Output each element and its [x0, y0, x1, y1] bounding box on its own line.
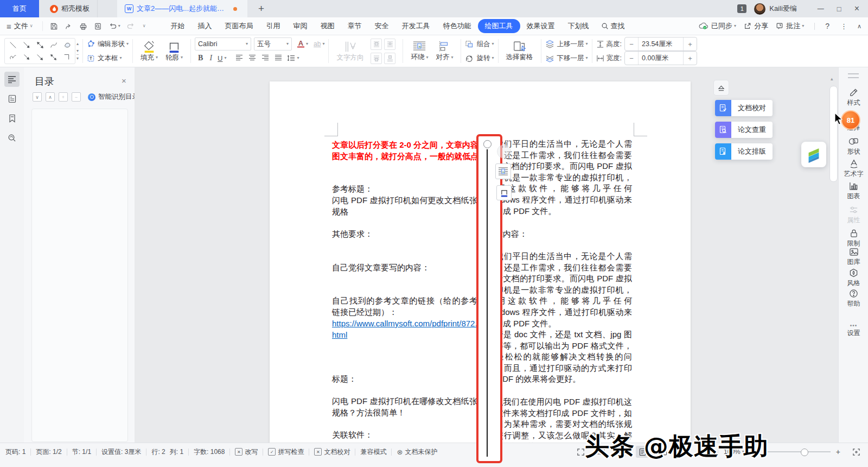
undo-icon[interactable]: ▾ — [108, 22, 120, 30]
share-button[interactable]: 分享 — [744, 21, 768, 31]
avatar[interactable] — [754, 3, 765, 15]
notes-panel-button[interactable] — [4, 91, 20, 106]
fill-button[interactable]: 填充▾ — [137, 35, 162, 67]
send-backward-button[interactable]: 下移一层▾ — [545, 51, 588, 65]
sidebar-item-chart[interactable]: 图表 — [839, 181, 868, 201]
paper-check-button[interactable]: 论文查重 — [715, 122, 773, 138]
save-icon[interactable] — [50, 22, 58, 30]
shape-gallery[interactable] — [4, 38, 75, 64]
collapse-ribbon-button[interactable]: ∧ — [853, 23, 868, 30]
sidebar-item-gallery[interactable]: 图库 — [839, 248, 868, 267]
menu-item-11[interactable]: 效果设置 — [520, 19, 561, 33]
toc-close-icon[interactable]: × — [122, 76, 126, 85]
status-compat-mode[interactable]: 兼容模式 — [360, 447, 386, 457]
menu-item-6[interactable]: 章节 — [341, 19, 368, 33]
status-rewrite-toggle[interactable]: ✕改写 — [235, 447, 258, 457]
status-page[interactable]: 页面: 1/2 — [36, 447, 61, 457]
doc-hyperlink[interactable]: https://www.callmysoft.com/pdfprint/872.… — [332, 318, 477, 340]
height-value[interactable]: 23.54厘米 — [638, 37, 684, 51]
zoom-slider-knob[interactable] — [801, 449, 808, 456]
status-protection[interactable]: ⊗文档未保护 — [397, 447, 437, 457]
shape-arrow[interactable] — [20, 39, 33, 51]
sync-status-button[interactable]: 已同步 ▾ — [699, 21, 736, 31]
edit-shape-button[interactable]: 编辑形状▾ — [87, 37, 129, 51]
sidebar-item-restrict[interactable]: 限制 — [839, 229, 868, 248]
shape-arrow-3[interactable] — [33, 51, 47, 63]
more-menu-button[interactable]: ⋮ — [835, 22, 853, 30]
line-spacing-button[interactable]: ▾ — [285, 55, 301, 61]
align-left-button[interactable] — [233, 54, 246, 62]
new-tab-button[interactable]: + — [255, 3, 267, 15]
toc-plus-button[interactable]: + — [59, 92, 68, 102]
menu-item-1[interactable]: 插入 — [192, 19, 219, 33]
wrap-options-button[interactable] — [495, 163, 511, 179]
shape-elbow-connector[interactable] — [60, 51, 74, 63]
shape-arrow-2[interactable] — [20, 51, 33, 63]
sidebar-item-shapes[interactable]: 形状 — [839, 137, 868, 156]
align-justify-button[interactable] — [272, 54, 285, 62]
fit-page-button[interactable] — [850, 446, 863, 458]
toc-minus-button[interactable]: − — [72, 92, 81, 102]
sidebar-item-theme[interactable]: 风格 — [839, 268, 868, 288]
tab-document[interactable]: W 文章2——闪电...起步就能搞定！ — [117, 0, 247, 17]
rotate-button[interactable]: 旋转▾ — [465, 51, 494, 65]
align-center-button[interactable] — [246, 54, 259, 62]
status-spellcheck-toggle[interactable]: ✓拼写检查 — [268, 447, 304, 457]
gallery-down-icon[interactable]: ▾ — [76, 47, 79, 54]
print-preview-icon[interactable] — [94, 22, 102, 30]
toc-expand-all-button[interactable]: ∧ — [46, 92, 55, 102]
paper-typeset-button[interactable]: 论文排版 — [715, 143, 773, 160]
find-button[interactable]: 查找 — [601, 21, 625, 31]
selected-shape-rectangle[interactable] — [476, 134, 502, 463]
font-size-select[interactable]: 五号▾ — [254, 37, 292, 51]
doc-scrollbar-thumb[interactable] — [829, 86, 838, 182]
outline-quick-button[interactable] — [496, 185, 512, 200]
assist-collapse-button[interactable] — [713, 80, 729, 96]
toc-collapse-all-button[interactable]: ∨ — [33, 92, 42, 102]
height-increase-button[interactable]: + — [684, 40, 697, 48]
toc-empty-area[interactable] — [31, 109, 128, 442]
menu-item-3[interactable]: 引用 — [260, 19, 287, 33]
sidebar-drag-handle-icon[interactable] — [848, 73, 859, 78]
font-color-button[interactable]: A — [297, 40, 304, 48]
sidebar-item-wordart[interactable]: 艺术字 — [839, 159, 868, 179]
underline-button[interactable]: U▾ — [215, 54, 228, 62]
menu-item-drawing-tools[interactable]: 绘图工具 — [478, 19, 520, 33]
align-shapes-button[interactable]: 对齐▾ — [432, 35, 457, 67]
redo-icon[interactable] — [127, 22, 135, 30]
group-button[interactable]: 组合▾ — [465, 37, 494, 51]
bring-forward-button[interactable]: 上移一层▾ — [545, 37, 588, 51]
shape-freeform[interactable] — [60, 39, 74, 51]
status-section[interactable]: 节: 1/1 — [72, 447, 91, 457]
zoom-in-button[interactable]: + — [831, 447, 846, 456]
width-increase-button[interactable]: + — [684, 54, 697, 62]
text-box-button[interactable]: 文本框▾ — [87, 51, 129, 65]
bookmark-panel-button[interactable] — [4, 111, 20, 126]
text-direction-button[interactable]: 文字方向 — [333, 35, 367, 67]
menu-item-12[interactable]: 下划线 — [561, 19, 596, 33]
sidebar-item-help[interactable]: 帮助 — [839, 289, 868, 308]
user-name[interactable]: Kaili爱编 — [769, 4, 797, 14]
status-word-count[interactable]: 字数: 1068 — [194, 447, 225, 457]
menu-item-8[interactable]: 开发工具 — [395, 19, 437, 33]
italic-button[interactable]: I — [206, 54, 215, 62]
doc-proofread-button[interactable]: 文档校对 — [715, 100, 773, 116]
shape-scribble[interactable] — [6, 51, 20, 63]
outline-button[interactable]: 轮廓▾ — [162, 35, 187, 67]
gallery-more-icon[interactable]: ▾ — [76, 54, 79, 62]
status-proofread-toggle[interactable]: ✕文档校对 — [314, 447, 350, 457]
shape-double-arrow-2[interactable] — [47, 51, 60, 63]
height-decrease-button[interactable]: − — [625, 40, 638, 48]
shape-double-arrow[interactable] — [33, 39, 47, 51]
tab-home[interactable]: 首页 — [0, 0, 39, 17]
status-page-no[interactable]: 页码: 1 — [5, 447, 25, 457]
gallery-up-icon[interactable]: ▴ — [76, 40, 79, 47]
notification-badge[interactable]: 1 — [737, 4, 746, 13]
smart-toc-label[interactable]: 智能识别目录 — [98, 92, 139, 102]
sidebar-item-properties[interactable]: 属性 — [839, 205, 868, 225]
find-replace-panel-button[interactable] — [4, 130, 20, 146]
shape-line[interactable] — [6, 39, 20, 51]
sidebar-item-style[interactable]: 样式 — [839, 88, 868, 108]
menu-item-7[interactable]: 安全 — [368, 19, 395, 33]
wrap-button[interactable]: 环绕▾ — [407, 35, 432, 67]
